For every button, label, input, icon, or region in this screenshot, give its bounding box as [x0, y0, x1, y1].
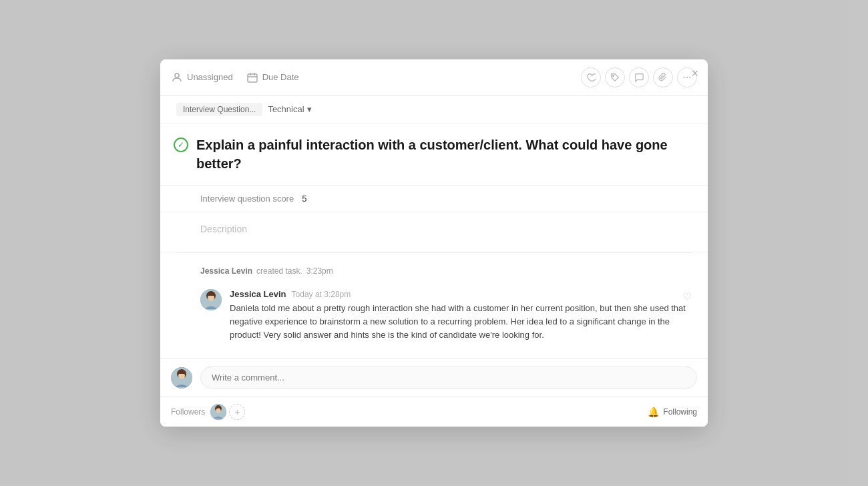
svg-point-2 [613, 75, 614, 76]
comment-text: Daniela told me about a pretty rough int… [230, 302, 692, 342]
task-header: ✓ Explain a painful interaction with a c… [160, 124, 708, 186]
followers-left: Followers + [171, 404, 245, 420]
assignee-label: Unassigned [187, 72, 233, 82]
comment-time: Today at 3:28pm [292, 290, 351, 299]
followers-label: Followers [171, 407, 205, 417]
due-date-label: Due Date [262, 72, 299, 82]
breadcrumb-category-label: Technical [268, 104, 304, 114]
comment-item: Jessica Levin Today at 3:28pm Daniela to… [200, 281, 692, 350]
comment-like-button[interactable]: ♡ [682, 290, 692, 303]
following-label: Following [663, 407, 697, 417]
add-follower-button[interactable]: + [229, 404, 245, 420]
calendar-icon [246, 71, 258, 83]
task-complete-toggle[interactable]: ✓ [174, 138, 188, 152]
task-modal: Unassigned Due Date [160, 59, 708, 427]
svg-rect-1 [248, 74, 257, 82]
attach-button[interactable] [653, 67, 673, 87]
toolbar-right [581, 67, 697, 87]
activity-log-entry: Jessica Levin created task. 3:23pm [200, 261, 692, 281]
comment-button[interactable] [629, 67, 649, 87]
close-button[interactable]: × [691, 67, 698, 79]
modal-overlay: Unassigned Due Date [0, 0, 868, 486]
comment-header: Jessica Levin Today at 3:28pm [230, 289, 692, 299]
activity-time: 3:23pm [306, 266, 333, 276]
score-label: Interview question score [200, 194, 294, 204]
bell-icon: 🔔 [648, 407, 659, 417]
chevron-down-icon: ▾ [307, 104, 312, 114]
activity-action: created task. [256, 266, 302, 276]
like-button[interactable] [581, 67, 601, 87]
comment-avatar [200, 289, 222, 310]
modal-toolbar: Unassigned Due Date [160, 59, 708, 96]
breadcrumb-bar: Interview Question... Technical ▾ [160, 96, 708, 124]
activity-actor: Jessica Levin [200, 266, 252, 276]
current-user-avatar [171, 367, 192, 389]
score-row: Interview question score 5 [160, 186, 708, 212]
close-icon: × [691, 67, 698, 80]
followers-bar: Followers + 🔔 Following [160, 397, 708, 427]
svg-point-14 [216, 409, 221, 413]
activity-area: Jessica Levin created task. 3:23pm [160, 253, 708, 358]
assignee-button[interactable]: Unassigned [171, 71, 233, 83]
checkmark-icon: ✓ [178, 141, 184, 149]
task-title[interactable]: Explain a painful interaction with a cus… [196, 136, 692, 173]
comment-footer [160, 358, 708, 397]
breadcrumb-parent[interactable]: Interview Question... [176, 103, 262, 116]
follower-avatars: + [210, 404, 245, 420]
description-area[interactable]: Description [160, 212, 708, 252]
breadcrumb-category[interactable]: Technical ▾ [268, 104, 311, 114]
comment-author: Jessica Levin [230, 289, 286, 299]
comment-input[interactable] [200, 367, 697, 389]
svg-point-0 [175, 73, 179, 77]
svg-point-3 [683, 77, 684, 78]
svg-point-5 [689, 77, 690, 78]
comment-body: Jessica Levin Today at 3:28pm Daniela to… [230, 289, 692, 342]
tag-button[interactable] [605, 67, 625, 87]
description-placeholder: Description [200, 224, 247, 234]
svg-point-4 [686, 77, 688, 78]
score-value[interactable]: 5 [302, 194, 306, 204]
avatar-image [200, 289, 222, 310]
follower-avatar [210, 404, 226, 420]
toolbar-left: Unassigned Due Date [171, 71, 570, 83]
follower-avatar-image [210, 404, 226, 420]
following-button[interactable]: 🔔 Following [648, 407, 697, 417]
current-user-avatar-image [171, 367, 192, 389]
due-date-button[interactable]: Due Date [246, 71, 299, 83]
person-icon [171, 71, 183, 83]
